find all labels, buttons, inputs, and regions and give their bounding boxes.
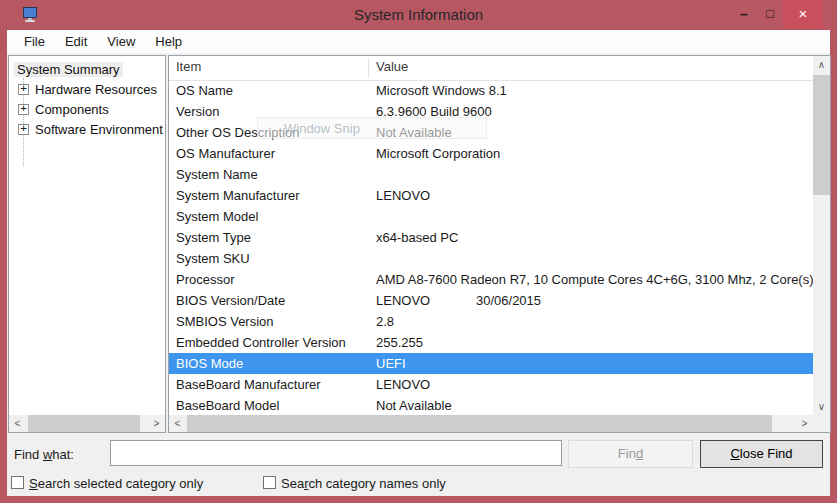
table-row[interactable]: BaseBoard ManufacturerLENOVO [169,374,813,395]
detail-horizontal-scrollbar[interactable]: < > [169,415,813,432]
search-selected-category-label[interactable]: Search selected category only [29,476,203,491]
row-item: OS Manufacturer [176,143,376,164]
scroll-right-icon[interactable]: > [796,415,813,432]
row-item: System Name [176,164,376,185]
find-input[interactable] [110,440,562,466]
maximize-button[interactable]: □ [757,0,783,28]
scrollbar-thumb[interactable] [187,415,772,432]
row-value: Not Available [376,398,452,413]
tree-item-hardware-resources[interactable]: +Hardware Resources [9,80,165,100]
find-what-label: Find what: [14,447,74,462]
minimize-button[interactable]: – [731,0,757,28]
scroll-down-icon[interactable]: ∨ [813,398,830,415]
button-accel: d [636,446,643,461]
row-value: LENOVO [376,293,430,308]
menu-view[interactable]: View [97,32,145,52]
tree-item-components[interactable]: +Components [9,100,165,120]
row-item: System Manufacturer [176,185,376,206]
button-accel: C [730,446,739,461]
row-value: AMD A8-7600 Radeon R7, 10 Compute Cores … [376,272,813,287]
row-item: BaseBoard Manufacturer [176,374,376,395]
scroll-left-icon[interactable]: < [169,415,186,432]
column-header-item[interactable]: Item [176,59,201,74]
expand-plus-icon[interactable]: + [18,124,29,135]
window-snip-ghost-tooltip: Window Snip [257,117,487,139]
scroll-left-icon[interactable]: < [9,415,26,432]
row-value: 2.8 [376,314,394,329]
row-value: Microsoft Windows 8.1 [376,83,507,98]
label-text: ch category names only [308,476,445,491]
menubar: File Edit View Help [7,30,830,53]
row-item: BaseBoard Model [176,395,376,415]
label-text: Sea [281,476,304,491]
window-title: System Information [0,0,837,30]
system-information-window: System Information – □ × File Edit View … [0,0,837,503]
window-border-right [830,30,837,503]
tree-item-label: Components [35,102,109,117]
scroll-right-icon[interactable]: > [148,415,165,432]
scrollbar-thumb[interactable] [28,415,140,432]
tree-item-label: Hardware Resources [35,82,157,97]
row-item: System SKU [176,248,376,269]
button-text: Fin [618,446,636,461]
menu-help[interactable]: Help [145,32,192,52]
row-item: SMBIOS Version [176,311,376,332]
category-tree-pane: System Summary +Hardware Resources +Comp… [8,55,166,433]
label-text: hat: [52,447,74,462]
table-row[interactable]: BIOS Version/DateLENOVO30/06/2015 [169,290,813,311]
row-value: x64-based PC [376,230,458,245]
titlebar[interactable]: System Information – □ × [0,0,837,30]
detail-vertical-scrollbar[interactable]: ∧ ∨ [813,56,830,415]
row-item: BIOS Mode [176,353,376,374]
category-tree: System Summary +Hardware Resources +Comp… [9,60,165,140]
search-category-names-label[interactable]: Search category names only [281,476,446,491]
column-separator[interactable] [368,58,369,78]
find-button[interactable]: Find [568,440,693,468]
row-value: Microsoft Corporation [376,146,500,161]
row-value: 255.255 [376,335,423,350]
tree-item-label: Software Environment [35,122,163,137]
search-category-names-checkbox[interactable] [263,476,276,489]
window-border-bottom [0,496,837,503]
table-row[interactable]: OS NameMicrosoft Windows 8.1 [169,80,813,101]
table-row[interactable]: System Name [169,164,813,185]
list-header: Item Value [169,56,813,81]
scroll-up-icon[interactable]: ∧ [813,56,830,73]
tree-item-label: System Summary [14,62,123,77]
row-item: System Type [176,227,376,248]
row-value: LENOVO [376,188,430,203]
table-row[interactable]: System SKU [169,248,813,269]
label-text: Find [14,447,43,462]
button-text: lose Find [740,446,793,461]
tree-item-system-summary[interactable]: System Summary [9,60,165,80]
label-accel: S [29,476,38,491]
table-row[interactable]: SMBIOS Version2.8 [169,311,813,332]
table-row[interactable]: BaseBoard ModelNot Available [169,395,813,415]
expand-plus-icon[interactable]: + [18,104,29,115]
row-item: BIOS Version/Date [176,290,376,311]
table-row[interactable]: Embedded Controller Version255.255 [169,332,813,353]
search-selected-category-checkbox[interactable] [11,476,24,489]
table-row[interactable]: OS ManufacturerMicrosoft Corporation [169,143,813,164]
expand-plus-icon[interactable]: + [18,84,29,95]
table-row[interactable]: System ManufacturerLENOVO [169,185,813,206]
table-row[interactable]: System Typex64-based PC [169,227,813,248]
close-button[interactable]: × [783,0,823,28]
scrollbar-thumb[interactable] [813,75,830,195]
label-text: earch selected category only [38,476,203,491]
label-accel: w [43,447,52,462]
row-item: Processor [176,269,376,290]
tree-horizontal-scrollbar[interactable]: < > [9,415,165,432]
scrollbar-corner [813,415,830,432]
menu-edit[interactable]: Edit [55,32,97,52]
table-row-selected[interactable]: BIOS ModeUEFI [169,353,813,374]
row-item: Embedded Controller Version [176,332,376,353]
table-row[interactable]: ProcessorAMD A8-7600 Radeon R7, 10 Compu… [169,269,813,290]
detail-list-pane: Item Value OS NameMicrosoft Windows 8.1 … [168,55,831,433]
row-value: UEFI [376,356,406,371]
close-find-button[interactable]: Close Find [700,440,823,468]
table-row[interactable]: System Model [169,206,813,227]
column-header-value[interactable]: Value [376,59,408,74]
tree-item-software-environment[interactable]: +Software Environment [9,120,165,140]
menu-file[interactable]: File [14,32,55,52]
